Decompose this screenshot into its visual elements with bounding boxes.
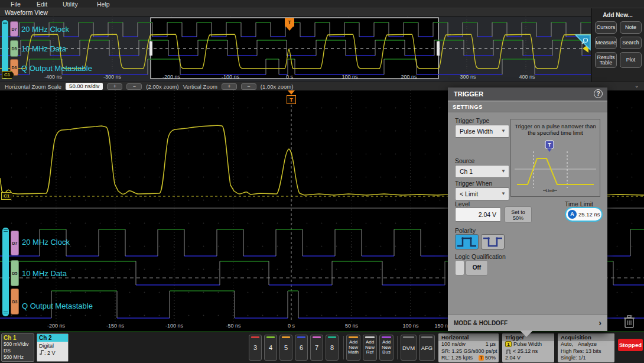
waveform-overview: D7 D5 D3 20 MHz Clock 10 MHz Data Q Outp…	[0, 17, 591, 82]
menu-help[interactable]: Help	[97, 1, 110, 8]
trash-icon[interactable]	[622, 313, 637, 330]
time-limit-input[interactable]: A 25.12 ns	[565, 207, 603, 222]
add-results-table-button[interactable]: Results Table	[595, 52, 617, 68]
add-plot-button[interactable]: Plot	[620, 52, 642, 68]
trigger-type-value: Pulse Width	[460, 128, 493, 135]
mv-tick: -50 ns	[226, 323, 240, 329]
d7-badge-main[interactable]: D7	[11, 231, 19, 255]
d3-badge-main[interactable]: D3	[11, 289, 19, 315]
overview-trigger-flag[interactable]: T	[285, 18, 294, 27]
ov-tick: -400 ns	[44, 74, 62, 80]
add-new-math-button[interactable]: Add New Math	[346, 335, 360, 361]
add-cursors-button[interactable]: Cursors	[595, 21, 617, 34]
trigger-when-dropdown[interactable]: < Limit▼	[455, 187, 509, 200]
set-to-50-button[interactable]: Set to 50%	[505, 206, 532, 223]
view-tab-bar: Waveform View	[0, 8, 591, 17]
v-zoom-label: Vertical Zoom	[183, 83, 217, 90]
acquisition-status-panel[interactable]: Acquisition Auto,Analyze High Res: 13 bi…	[558, 333, 614, 362]
menu-file[interactable]: File	[11, 1, 21, 8]
add-search-button[interactable]: Search	[620, 37, 642, 49]
trigger-hint-box: Trigger on a pulse narrower than the spe…	[510, 119, 600, 197]
level-input[interactable]: 2.04 V	[455, 208, 501, 222]
add-new-ref-button[interactable]: Add New Ref	[363, 335, 377, 361]
d7-badge[interactable]: D7	[10, 21, 18, 37]
polarity-negative-button[interactable]	[481, 234, 505, 249]
collapse-chevron-icon[interactable]: ⌄	[635, 82, 639, 89]
channel-8-button[interactable]: 8	[326, 335, 339, 361]
main-trigger-pointer	[288, 90, 295, 95]
h-zoom-out-button[interactable]: −	[126, 83, 142, 90]
trigger-panel-callout-pointer	[520, 330, 533, 337]
logic-toggle-handle[interactable]	[455, 260, 464, 276]
ov-tick: 100 ns	[341, 74, 357, 80]
h-zoom-value[interactable]: 50.00 ns/div	[66, 83, 103, 90]
ch1-bandwidth: 500 MHz	[4, 354, 32, 361]
pulse-width-diagram: T Limit	[511, 138, 600, 195]
trigger-type-dropdown[interactable]: Pulse Width▼	[455, 125, 509, 138]
logic-off-button[interactable]: Off	[466, 260, 488, 276]
d5-badge-main[interactable]: D5	[11, 260, 19, 286]
horizontal-status-panel[interactable]: Horizontal 100 ns/div1 µs SR: 1.25 GS/s8…	[438, 333, 499, 362]
positive-pulse-icon	[456, 235, 478, 249]
level-label: Level	[455, 200, 470, 208]
threshold-icon	[39, 350, 44, 355]
v-zoom-out-button[interactable]: −	[241, 83, 256, 90]
source-dropdown[interactable]: Ch 1▼	[455, 165, 509, 178]
mv-tick: 0 s	[288, 323, 295, 329]
v-zoom-in-button[interactable]: +	[222, 83, 237, 90]
digital-group-handle-main[interactable]	[2, 228, 9, 316]
chevron-down-icon: ▼	[501, 166, 506, 177]
main-data-label: 10 MHz Data	[22, 269, 67, 278]
polarity-label: Polarity	[455, 227, 476, 234]
trigger-panel-title[interactable]: TRIGGER	[448, 87, 607, 101]
tab-waveform-view[interactable]: Waveform View	[5, 9, 48, 16]
main-clock-label: 20 MHz Clock	[22, 238, 70, 247]
negative-pulse-icon	[482, 235, 504, 249]
ov-tick: 300 ns	[460, 74, 476, 80]
stopped-button[interactable]: Stopped	[618, 339, 643, 351]
h-zoom-factor: (2.00x zoom)	[146, 83, 178, 90]
horizontal-title: Horizontal	[438, 333, 499, 341]
trigger-when-value: < Limit	[460, 190, 478, 197]
knob-a-icon: A	[568, 210, 577, 219]
h-zoom-in-button[interactable]: +	[107, 83, 122, 90]
logic-qualification-label: Logic Qualification	[455, 253, 506, 260]
v-zoom-factor: (1.00x zoom)	[261, 83, 293, 90]
mode-holdoff-bar[interactable]: MODE & HOLDOFF ›	[448, 315, 607, 331]
tab-settings[interactable]: SETTINGS	[448, 102, 607, 112]
afg-button[interactable]: AFG	[419, 335, 435, 361]
source-label: Source	[455, 157, 474, 164]
add-new-panel: Add New... Cursors Note Measure Search R…	[591, 8, 644, 82]
add-note-button[interactable]: Note	[620, 21, 642, 34]
dvm-button[interactable]: DVM	[401, 335, 417, 361]
ov-tick: 400 ns	[519, 74, 535, 80]
main-trigger-flag[interactable]: T	[287, 95, 296, 104]
channel-5-button[interactable]: 5	[279, 335, 292, 361]
polarity-positive-button[interactable]	[455, 234, 479, 249]
ch2-badge[interactable]: Ch 2 Digital : 2 V	[37, 333, 69, 362]
divider	[397, 336, 398, 359]
add-measure-button[interactable]: Measure	[595, 37, 617, 49]
ch1-ds: DS	[4, 348, 32, 354]
overview-clock-label: 20 MHz Clock	[21, 25, 69, 34]
digital-group-handle[interactable]	[2, 20, 8, 79]
add-new-bus-button[interactable]: Add New Bus	[379, 335, 393, 361]
d5-badge[interactable]: D5	[10, 40, 18, 57]
help-icon[interactable]: ?	[594, 89, 603, 98]
channel-6-button[interactable]: 6	[295, 335, 308, 361]
trigger-status-panel[interactable]: Trigger 1Pulse Width < 25.12 ns 2.04 V	[502, 333, 554, 362]
source-value: Ch 1	[460, 168, 473, 175]
trigger-settings-panel: TRIGGER ? SETTINGS Trigger Type Pulse Wi…	[448, 87, 607, 331]
ch1-badge[interactable]: Ch 1 500 mV/div DS 500 MHz	[1, 333, 34, 362]
channel-3-button[interactable]: 3	[249, 335, 262, 361]
trigger-type-label: Trigger Type	[455, 117, 489, 124]
trigger-source-badge: 1	[505, 341, 512, 347]
time-limit-value: 25.12 ns	[578, 211, 600, 218]
menu-edit[interactable]: Edit	[37, 1, 47, 8]
menu-utility[interactable]: Utility	[63, 1, 78, 8]
diagram-t-flag: T	[548, 142, 551, 148]
zoom-overview-icon[interactable]	[575, 35, 590, 50]
channel-4-button[interactable]: 4	[264, 335, 277, 361]
ch2-threshold: : 2 V	[39, 349, 66, 356]
channel-7-button[interactable]: 7	[310, 335, 323, 361]
